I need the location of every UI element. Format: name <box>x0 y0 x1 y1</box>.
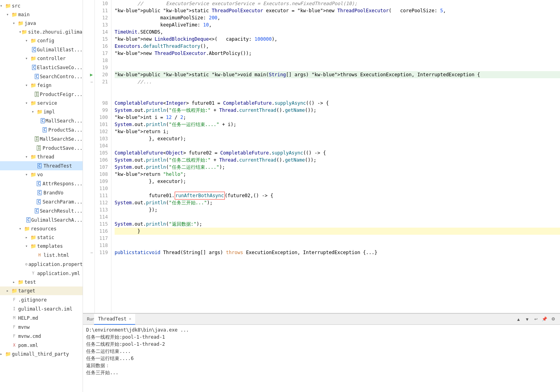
sidebar-item-java[interactable]: ▾📁java <box>0 19 83 28</box>
line-num-113: 113 <box>95 206 108 213</box>
line-num-109: 109 <box>95 178 108 185</box>
sidebar-item-SearchContro[interactable]: CSearchContro... <box>0 72 83 81</box>
sidebar-item-mvnw.cmd[interactable]: Fmvnw.cmd <box>0 332 83 341</box>
tree-label-HELP.md: HELP.md <box>18 315 38 322</box>
tree-label-vo: vo <box>37 171 43 178</box>
sidebar-item-site[interactable]: ▾📁site.zhourui.gilimall... <box>0 28 83 36</box>
sidebar-item-test[interactable]: ▸📁test <box>0 278 83 286</box>
sidebar-item-SearchResult[interactable]: CSearchResult... <box>0 206 83 215</box>
line-num-15: 15 <box>95 36 108 43</box>
sidebar-item-SearchParam[interactable]: CSearchParam... <box>0 197 83 206</box>
sidebar-item-resources[interactable]: ▾📁resources <box>0 224 83 233</box>
code-line-115: System.out.println("返回数据:"); <box>115 220 560 228</box>
tree-label-GulimallElast: GulimallElast... <box>37 46 83 53</box>
code-line-102: "kw-blue">return i; <box>115 128 560 135</box>
main-area: ▾📁src▾📁main▾📁java▾📁site.zhourui.gilimall… <box>0 0 560 392</box>
sidebar-item-static[interactable]: ▸📁static <box>0 233 83 242</box>
sidebar-item-list.html[interactable]: Hlist.html <box>0 251 83 260</box>
tree-label-application.yml: application.yml <box>37 270 80 277</box>
tree-arrow-java: ▾ <box>13 20 17 27</box>
tree-icon-controller: 📁 <box>30 55 36 62</box>
tree-label-ElasticSaveCo: ElasticSaveCo... <box>37 64 83 71</box>
sidebar-item-mvnw[interactable]: Fmvnw <box>0 322 83 332</box>
line-num-117: 117 <box>95 235 108 242</box>
code-line-96 <box>115 85 560 92</box>
run-arrow-icon[interactable]: ▶ <box>90 72 93 77</box>
sidebar-item-src[interactable]: ▾📁src <box>0 2 83 10</box>
sidebar-item-feign[interactable]: ▾📁feign <box>0 81 83 90</box>
tree-arrow-controller: ▾ <box>25 55 30 62</box>
sidebar-item-BrandVo[interactable]: CBrandVo <box>0 188 83 197</box>
code-line-101: System.out.println("任务一运行结束...." + i); <box>115 121 560 128</box>
sidebar-item-HELP.md[interactable]: MHELP.md <box>0 313 83 322</box>
terminal-scroll-up[interactable]: ▲ <box>515 316 522 323</box>
tree-icon-site: 📁 <box>21 28 27 36</box>
terminal-tab-threadtest[interactable]: ThreadTest ✕ <box>94 314 135 325</box>
line-num-108: 108 <box>95 171 108 178</box>
terminal-line-4: 任务一运行结束....6 <box>86 355 557 362</box>
line-num-13: 13 <box>95 21 108 28</box>
tree-label-controller: controller <box>37 55 66 62</box>
sidebar-item-target[interactable]: ▸📁target <box>0 286 83 295</box>
tree-arrow-config: ▾ <box>25 37 30 44</box>
terminal-line-0: D:\environment\jdk8\bin\java.exe ... <box>86 326 557 334</box>
sidebar-item-main[interactable]: ▾📁main <box>0 10 83 19</box>
tree-icon-.gitignore: F <box>11 296 17 303</box>
sidebar-item-impl[interactable]: ▾📁impl <box>0 107 83 116</box>
sidebar-item-pom.xml[interactable]: Xpom.xml <box>0 341 83 350</box>
sidebar-item-AttrRespons[interactable]: CAttrRespons... <box>0 179 83 188</box>
gutter-line-18 <box>83 57 94 64</box>
tree-arrow-thread: ▾ <box>25 153 30 160</box>
sidebar-item-ProductSaveS[interactable]: IProductSave... <box>0 143 83 153</box>
sidebar-item-GulimallElast[interactable]: CGulimallElast... <box>0 45 83 54</box>
sidebar-item-config[interactable]: ▾📁config <box>0 36 83 45</box>
sidebar-item-ThreadTest[interactable]: CThreadTest <box>0 161 83 170</box>
sidebar-item-ProductFeigr[interactable]: IProductFeigr... <box>0 90 83 99</box>
tree-icon-SearchParam: C <box>36 198 42 205</box>
sidebar-item-thread[interactable]: ▾📁thread <box>0 153 83 161</box>
tree-arrow-gulimall_third_party: ▸ <box>0 351 5 358</box>
sidebar-item-controller[interactable]: ▾📁controller <box>0 54 83 63</box>
tree-icon-HELP.md: M <box>11 314 17 322</box>
line-num-118: 118 <box>95 242 108 249</box>
gutter-line-14 <box>83 28 94 36</box>
fold-icon[interactable]: ⋯ <box>91 80 93 84</box>
tree-arrow-vo: ▾ <box>25 171 30 178</box>
tree-arrow-impl: ▾ <box>32 108 36 115</box>
sidebar-item-ProductSa[interactable]: CProductSa... <box>0 125 83 134</box>
terminal-wrap[interactable]: ↩ <box>532 316 539 323</box>
line-num-103: 103 <box>95 135 108 142</box>
code-line-116: } <box>115 228 560 235</box>
fold-icon[interactable]: ⋯ <box>91 251 93 255</box>
tree-icon-BrandVo: C <box>36 189 43 196</box>
tree-label-ThreadTest: ThreadTest <box>43 162 72 170</box>
sidebar-item-gulimall_third_party[interactable]: ▸📁gulimall_third_party <box>0 350 83 358</box>
sidebar-item-templates[interactable]: ▾📁templates <box>0 242 83 251</box>
tree-icon-java: 📁 <box>17 20 24 27</box>
tree-icon-SearchResult: C <box>35 207 39 215</box>
terminal-pin[interactable]: 📌 <box>541 316 548 323</box>
tree-label-list.html: list.html <box>43 252 69 259</box>
sidebar-item-MallSearch[interactable]: CMallSearch... <box>0 116 83 125</box>
gutter-line-16 <box>83 43 94 50</box>
line-numbers: 1011121314151617181920219899100101102103… <box>95 0 111 313</box>
terminal-settings[interactable]: ⚙ <box>550 316 557 323</box>
sidebar-item-MallSearchSe[interactable]: IMallSearchSe... <box>0 134 83 143</box>
terminal-scroll-down[interactable]: ▼ <box>524 316 531 323</box>
sidebar-item-application.yml[interactable]: Yapplication.yml <box>0 269 83 278</box>
gutter-line-118 <box>83 242 94 249</box>
line-num-107: 107 <box>95 164 108 171</box>
gutter-line-109 <box>83 178 94 185</box>
line-num-14: 14 <box>95 28 108 36</box>
sidebar-item-application.propert[interactable]: ⚙application.propert... <box>0 260 83 269</box>
gutter-line-116 <box>83 228 94 235</box>
sidebar-item-service[interactable]: ▾📁service <box>0 99 83 107</box>
sidebar-item-vo[interactable]: ▾📁vo <box>0 170 83 179</box>
sidebar-item-ElasticSaveCo[interactable]: CElasticSaveCo... <box>0 63 83 72</box>
tree-icon-gulimall_third_party: 📁 <box>5 351 11 358</box>
sidebar-item-gulimall-search.iml[interactable]: Igulimall-search.iml <box>0 304 83 313</box>
code-line-113: }); <box>115 206 560 213</box>
sidebar-item-.gitignore[interactable]: F.gitignore <box>0 295 83 304</box>
terminal-tab-close[interactable]: ✕ <box>129 317 131 321</box>
sidebar-item-GulimallSearchA[interactable]: CGulimallSearchA... <box>0 215 83 224</box>
